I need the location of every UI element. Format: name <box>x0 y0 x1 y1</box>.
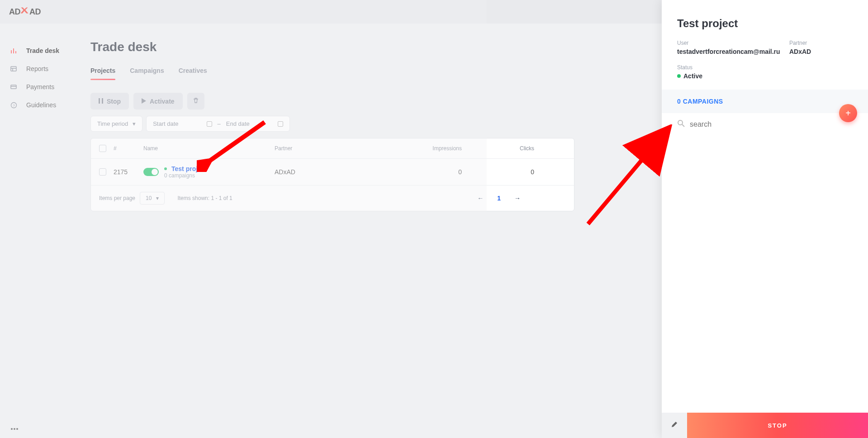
plus-icon: + <box>845 108 851 119</box>
trash-icon <box>193 97 199 105</box>
projects-table: # Name Partner Impressions Clicks 2175 T… <box>90 138 574 211</box>
sidebar: Trade desk Reports Payments ? Guidelines <box>0 24 72 438</box>
end-date-label: End date <box>226 120 250 127</box>
col-id: # <box>111 145 141 152</box>
table-row[interactable]: 2175 Test project 0 campaigns ADxAD 0 0 <box>91 159 574 186</box>
table-footer: Items per page 10 ▾ Items shown: 1 - 1 o… <box>91 186 574 211</box>
sidebar-item-label: Guidelines <box>26 101 56 109</box>
cell-name: Test project 0 campaigns <box>141 165 272 179</box>
sidebar-item-label: Reports <box>26 65 48 72</box>
sidebar-item-label: Trade desk <box>26 47 59 54</box>
caret-down-icon: ▾ <box>156 195 159 201</box>
time-period-select[interactable]: Time period ▾ <box>90 116 142 132</box>
tab-campaigns[interactable]: Campaigns <box>130 67 164 80</box>
select-label: Time period <box>97 120 128 127</box>
logo: AD AD <box>9 4 41 19</box>
sidebar-item-payments[interactable]: Payments <box>0 78 72 96</box>
user-label: User <box>677 40 789 46</box>
ipp-label: Items per page <box>99 195 135 201</box>
help-icon: ? <box>10 101 17 109</box>
cell-impressions: 0 <box>362 168 480 176</box>
logo-text-right: AD <box>29 7 41 17</box>
svg-line-13 <box>682 124 684 127</box>
table-icon <box>10 65 17 72</box>
project-sub: 0 campaigns <box>164 172 207 179</box>
date-separator: – <box>218 120 221 127</box>
svg-rect-11 <box>102 98 103 104</box>
svg-rect-10 <box>99 98 100 104</box>
col-name: Name <box>141 145 272 152</box>
edit-button[interactable] <box>662 413 687 438</box>
ipp-select[interactable]: 10 ▾ <box>140 192 165 205</box>
button-label: Stop <box>107 98 121 105</box>
status-dot-icon <box>164 167 167 170</box>
cell-partner: ADxAD <box>272 168 362 176</box>
drawer-title: Test project <box>677 17 853 30</box>
caret-down-icon: ▾ <box>133 120 136 127</box>
status-dot-icon <box>677 74 681 78</box>
cell-clicks: 0 <box>480 168 552 176</box>
project-toggle[interactable] <box>143 168 159 176</box>
svg-rect-1 <box>13 48 14 53</box>
svg-rect-2 <box>15 51 16 53</box>
user-value: testadvertforcreationcam@mail.ru <box>677 48 789 55</box>
prev-page-button[interactable]: ← <box>477 195 484 202</box>
search-input[interactable] <box>690 120 853 129</box>
page-number[interactable]: 1 <box>497 195 501 202</box>
date-range[interactable]: Start date – End date <box>146 116 290 132</box>
cell-id: 2175 <box>111 168 141 176</box>
bars-icon <box>10 47 17 54</box>
row-checkbox[interactable] <box>99 168 106 176</box>
next-page-button[interactable]: → <box>514 195 521 202</box>
search-icon <box>677 119 685 129</box>
card-icon <box>10 83 17 90</box>
select-all-checkbox[interactable] <box>99 145 106 152</box>
calendar-icon <box>207 121 212 127</box>
more-menu-button[interactable] <box>11 428 18 430</box>
status-label: Status <box>677 64 789 71</box>
project-name-link[interactable]: Test project <box>164 165 207 172</box>
col-partner: Partner <box>272 145 362 152</box>
add-campaign-button[interactable]: + <box>839 104 857 122</box>
drawer-stop-button[interactable]: STOP <box>687 413 868 438</box>
campaigns-header: 0 CAMPAIGNS <box>662 90 868 113</box>
table-header: # Name Partner Impressions Clicks <box>91 138 574 159</box>
col-clicks: Clicks <box>480 145 552 152</box>
pencil-icon <box>671 421 678 430</box>
sidebar-item-trade-desk[interactable]: Trade desk <box>0 42 72 60</box>
tab-projects[interactable]: Projects <box>90 67 115 80</box>
partner-value: ADxAD <box>789 48 853 55</box>
stop-button[interactable]: Stop <box>90 93 129 110</box>
ipp-value: 10 <box>146 195 152 201</box>
sidebar-item-guidelines[interactable]: ? Guidelines <box>0 96 72 114</box>
project-drawer: Test project User testadvertforcreationc… <box>662 0 868 438</box>
sidebar-item-label: Payments <box>26 83 54 90</box>
svg-text:?: ? <box>13 103 15 107</box>
delete-button[interactable] <box>187 93 204 110</box>
svg-point-12 <box>678 120 683 125</box>
button-label: Activate <box>150 98 174 105</box>
svg-rect-6 <box>11 85 16 89</box>
start-date-label: Start date <box>153 120 178 127</box>
pause-icon <box>99 98 103 105</box>
sidebar-item-reports[interactable]: Reports <box>0 60 72 78</box>
items-shown: Items shown: 1 - 1 of 1 <box>177 195 232 201</box>
logo-x-icon <box>19 4 31 19</box>
tab-creatives[interactable]: Creatives <box>179 67 207 80</box>
svg-rect-3 <box>11 67 16 71</box>
play-icon <box>142 98 146 105</box>
col-impressions: Impressions <box>362 145 480 152</box>
pagination: ← 1 → <box>477 195 521 202</box>
search-row: + <box>662 113 868 136</box>
svg-rect-0 <box>11 50 12 53</box>
status-value: Active <box>677 72 789 80</box>
activate-button[interactable]: Activate <box>133 93 182 110</box>
calendar-icon <box>278 121 283 127</box>
partner-label: Partner <box>789 40 853 46</box>
